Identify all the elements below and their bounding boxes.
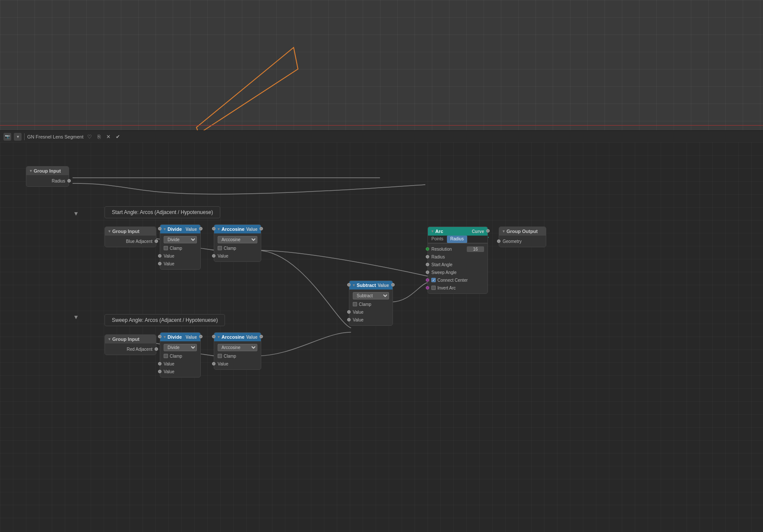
divide-2-clamp-box[interactable] <box>164 354 168 358</box>
arccosine-1-clamp-label: Clamp <box>224 246 236 251</box>
arccosine-1-body: Arccosine Clamp Value <box>214 233 261 261</box>
subtract-method-select[interactable]: Subtract <box>353 292 389 299</box>
arccosine-2-in-socket[interactable] <box>212 335 215 338</box>
arc-resolution-in[interactable] <box>426 247 429 251</box>
divide-1-clamp-box[interactable] <box>164 246 168 250</box>
arccosine-1-label: Arccosine <box>222 227 244 232</box>
divide-2-val1-in[interactable] <box>158 362 161 365</box>
arccosine-2-clamp-checkbox[interactable]: Clamp <box>218 354 236 359</box>
camera-icon[interactable]: 📷 <box>3 133 11 141</box>
divide-1-val2-label: Value <box>164 261 197 266</box>
start-angle-label: Start Angle: Arcos (Adjacent / Hypotenue… <box>112 209 213 215</box>
divide-2-val2-row: Value <box>160 368 200 375</box>
subtract-label: Subtract <box>357 283 376 288</box>
arc-connect-center-box[interactable]: ✓ <box>431 278 436 282</box>
subtract-val2-in[interactable] <box>347 318 351 321</box>
collapse-arrow-go[interactable]: ▾ <box>503 229 505 233</box>
arccosine-1-val-row: Value <box>214 252 261 260</box>
subtract-val1-label: Value <box>353 310 389 315</box>
divide-1-clamp-label: Clamp <box>170 246 182 251</box>
arccosine-2-clamp-label: Clamp <box>224 354 236 359</box>
collapse-arrow-d2[interactable]: ▾ <box>164 335 166 339</box>
group-output-body: Geometry <box>499 236 546 247</box>
arc-invert-arc-in[interactable] <box>426 286 429 290</box>
blue-adjacent-socket[interactable] <box>155 239 158 243</box>
subtract-clamp-box[interactable] <box>353 302 357 306</box>
arccosine-1-method-row: Arccosine <box>214 235 261 244</box>
arc-out-socket[interactable] <box>486 229 490 233</box>
viewport-toolbar: 📷 ▾ GN Fresnel Lens Segment ♡ ⎘ ✕ ✔ <box>0 130 763 142</box>
collapse-arrow-sub[interactable]: ▾ <box>353 283 355 287</box>
divide-1-in-socket[interactable] <box>158 227 161 230</box>
sweep-angle-label: Sweep Angle: Arcos (Adjacent / Hypotenue… <box>112 317 218 323</box>
subtract-val1-in[interactable] <box>347 310 351 314</box>
subtract-node: ▾ Subtract Value Subtract Clamp Value <box>349 280 393 326</box>
arccosine-2-method-select[interactable]: Arccosine <box>218 344 257 351</box>
arc-tab-points[interactable]: Points <box>428 236 447 243</box>
close-icon[interactable]: ✕ <box>105 133 112 140</box>
arc-invert-arc-checkbox[interactable]: Invert Arc <box>431 286 456 290</box>
left-indicator-top: ▾ <box>74 209 78 217</box>
divide-1-out-socket[interactable] <box>199 227 203 230</box>
divide-1-method-select[interactable]: Divide <box>164 236 197 243</box>
divide-1-val2-in[interactable] <box>158 262 161 265</box>
subtract-clamp-checkbox[interactable]: Clamp <box>353 302 371 307</box>
pin-icon[interactable]: ✔ <box>114 133 121 140</box>
divide-1-val2-row: Value <box>160 260 200 268</box>
toolbar-separator <box>24 133 25 140</box>
arccosine-2-out-socket[interactable] <box>260 335 263 338</box>
divide-2-in-socket[interactable] <box>158 335 161 338</box>
collapse-arrow-a2[interactable]: ▾ <box>218 335 220 339</box>
arc-start-angle-label: Start Angle <box>431 262 484 267</box>
arccosine-1-clamp-checkbox[interactable]: Clamp <box>218 246 236 251</box>
group-input-2-body: Red Adjacent <box>105 343 156 355</box>
collapse-arrow-1[interactable]: ▾ <box>108 229 111 233</box>
arccosine-2-method-row: Arccosine <box>214 343 261 352</box>
arccosine-2-clamp-box[interactable] <box>218 354 222 358</box>
arc-radius-in[interactable] <box>426 255 429 258</box>
arc-invert-arc-box[interactable] <box>431 286 436 290</box>
copy-icon[interactable]: ⎘ <box>95 133 102 140</box>
arc-connect-center-checkbox[interactable]: ✓ Connect Center <box>431 278 468 283</box>
arc-node: ▾ Arc Curve Points Radius Resolution Rad… <box>427 227 488 294</box>
arccosine-1-in-socket[interactable] <box>212 227 215 230</box>
collapse-arrow[interactable]: ▾ <box>30 169 32 173</box>
arc-connect-center-in[interactable] <box>426 278 429 282</box>
divide-2-method-select[interactable]: Divide <box>164 344 197 351</box>
arccosine-1-clamp-box[interactable] <box>218 246 222 250</box>
subtract-out-socket[interactable] <box>391 283 395 286</box>
collapse-arrow-a1[interactable]: ▾ <box>218 227 220 231</box>
radius-socket-right[interactable] <box>67 179 71 183</box>
arccosine-1-val-in[interactable] <box>212 254 215 258</box>
arc-header: ▾ Arc Curve <box>428 227 488 236</box>
arc-resolution-input[interactable] <box>467 246 484 252</box>
divide-1-val1-in[interactable] <box>158 254 161 258</box>
group-input-top-label: Group Input <box>34 168 61 173</box>
group-input-1-label: Group Input <box>112 229 139 234</box>
arccosine-2-val-in[interactable] <box>212 362 215 365</box>
arccosine-1-method-select[interactable]: Arccosine <box>218 236 257 243</box>
geometry-socket-left[interactable] <box>497 239 500 243</box>
collapse-arrow-d1[interactable]: ▾ <box>164 227 166 231</box>
arccosine-2-header: ▾ Arccosine Value <box>214 333 261 341</box>
red-adjacent-socket[interactable] <box>155 347 158 351</box>
collapse-arrow-2[interactable]: ▾ <box>108 337 111 341</box>
heart-icon[interactable]: ♡ <box>86 133 93 140</box>
arc-start-angle-row: Start Angle <box>428 261 488 268</box>
arc-start-angle-in[interactable] <box>426 263 429 266</box>
divide-2-val2-in[interactable] <box>158 370 161 373</box>
arc-sweep-angle-in[interactable] <box>426 271 429 274</box>
arc-tab-radius[interactable]: Radius <box>447 236 467 243</box>
divide-2-clamp-label: Clamp <box>170 354 182 359</box>
arccosine-1-out-socket[interactable] <box>260 227 263 230</box>
divide-1-val1-row: Value <box>160 252 200 260</box>
chevron-down-icon[interactable]: ▾ <box>14 133 22 141</box>
divide-2-clamp-checkbox[interactable]: Clamp <box>164 354 182 359</box>
divide-1-clamp-checkbox[interactable]: Clamp <box>164 246 182 251</box>
radius-label: Radius <box>30 179 65 183</box>
subtract-in-socket[interactable] <box>347 283 351 286</box>
divide-2-out-socket[interactable] <box>199 335 203 338</box>
divide-2-val1-label: Value <box>164 362 197 366</box>
left-indicator-mid: ▾ <box>74 313 78 321</box>
collapse-arrow-arc[interactable]: ▾ <box>431 229 434 233</box>
